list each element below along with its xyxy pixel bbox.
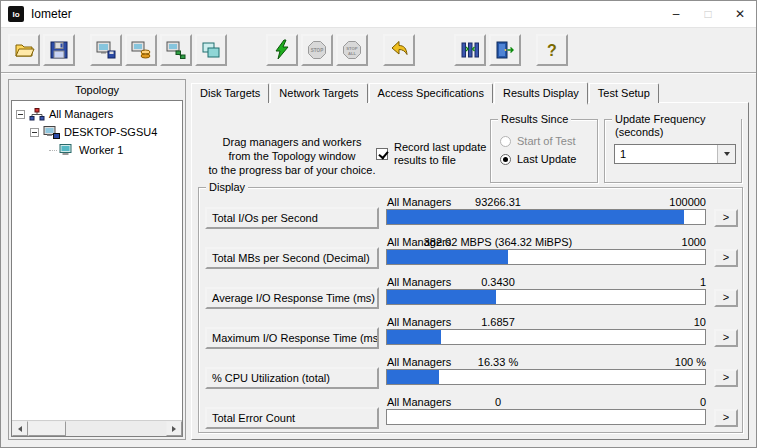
progress-track: All Managers 0 0 bbox=[386, 396, 706, 434]
exchange-columns-button[interactable] bbox=[454, 34, 486, 66]
lightning-start-icon bbox=[271, 39, 293, 61]
new-manager-button[interactable] bbox=[90, 34, 122, 66]
result-row: Total MBs per Second (Decimal) All Manag… bbox=[205, 236, 738, 274]
stop-all-sign-icon: STOP ALL bbox=[341, 39, 363, 61]
toolbar: STOP STOP ALL bbox=[1, 28, 756, 73]
metric-select-button[interactable]: Maximum I/O Response Time (ms) bbox=[205, 327, 379, 349]
expand-row-button[interactable]: > bbox=[714, 329, 738, 347]
update-frequency-dropdown[interactable]: 1 bbox=[614, 144, 736, 164]
record-results-checkbox-row[interactable]: Record last update results to file bbox=[376, 141, 496, 167]
progress-track: All Managers 0.3430 1 bbox=[386, 276, 706, 314]
new-disk-worker-icon bbox=[130, 39, 152, 61]
start-tests-button[interactable] bbox=[266, 34, 298, 66]
progress-bar bbox=[386, 369, 706, 385]
topology-panel: Topology All Managers bbox=[8, 79, 186, 440]
tab-strip: Disk Targets Network Targets Access Spec… bbox=[191, 79, 749, 103]
tree-item-all-managers[interactable]: All Managers bbox=[13, 105, 181, 123]
metric-select-button[interactable]: Total I/Os per Second bbox=[205, 207, 379, 229]
minimize-button[interactable]: – bbox=[660, 1, 692, 27]
open-file-button[interactable] bbox=[8, 34, 40, 66]
tree-label: Worker 1 bbox=[79, 144, 123, 156]
iometer-window: Io Iometer – □ ✕ bbox=[0, 0, 757, 448]
new-manager-icon bbox=[95, 39, 117, 61]
tree-label: All Managers bbox=[49, 108, 113, 120]
display-title: Display bbox=[206, 181, 248, 194]
radio-on-icon[interactable] bbox=[500, 154, 511, 165]
metric-max: 1 bbox=[700, 276, 706, 288]
metric-value: 16.33 % bbox=[418, 356, 578, 368]
dropdown-button[interactable] bbox=[717, 145, 735, 163]
main-area: Topology All Managers bbox=[1, 73, 756, 447]
scrollbar-thumb[interactable] bbox=[28, 421, 66, 436]
metric-value: 1.6857 bbox=[418, 316, 578, 328]
expand-row-button[interactable]: > bbox=[714, 249, 738, 267]
expand-row-button[interactable]: > bbox=[714, 409, 738, 427]
duplicate-worker-icon bbox=[200, 39, 222, 61]
svg-text:ALL: ALL bbox=[348, 51, 357, 56]
tab-network-targets[interactable]: Network Targets bbox=[270, 83, 367, 103]
progress-track: All Managers 1.6857 10 bbox=[386, 316, 706, 354]
dropdown-value: 1 bbox=[615, 145, 717, 163]
scroll-right-button[interactable] bbox=[166, 421, 182, 436]
close-button[interactable]: ✕ bbox=[724, 1, 756, 27]
reset-arrow-icon bbox=[388, 39, 410, 61]
stop-test-button[interactable]: STOP bbox=[301, 34, 333, 66]
left-arrow-icon bbox=[18, 426, 22, 432]
topology-title: Topology bbox=[9, 80, 185, 99]
scroll-left-button[interactable] bbox=[12, 421, 28, 436]
progress-track: All Managers 93266.31 100000 bbox=[386, 196, 706, 234]
progress-bar bbox=[386, 249, 706, 265]
update-frequency-title: Update Frequency (seconds) bbox=[612, 113, 741, 139]
exit-door-icon bbox=[494, 39, 516, 61]
new-network-worker-icon bbox=[165, 39, 187, 61]
stop-sign-icon: STOP bbox=[306, 39, 328, 61]
tab-results-display[interactable]: Results Display bbox=[494, 82, 588, 105]
maximize-button[interactable]: □ bbox=[692, 1, 724, 27]
progress-bar bbox=[386, 209, 706, 225]
duplicate-worker-button[interactable] bbox=[195, 34, 227, 66]
expand-row-button[interactable]: > bbox=[714, 289, 738, 307]
tree-label: DESKTOP-SGSU4 bbox=[64, 126, 157, 138]
right-arrow-icon bbox=[172, 426, 176, 432]
new-disk-worker-button[interactable] bbox=[125, 34, 157, 66]
metric-value: 382.02 MBPS (364.32 MiBPS) bbox=[418, 236, 578, 248]
progress-fill bbox=[387, 370, 439, 384]
tab-disk-targets[interactable]: Disk Targets bbox=[191, 83, 269, 103]
about-help-button[interactable]: ? bbox=[536, 34, 568, 66]
metric-select-button[interactable]: % CPU Utilization (total) bbox=[205, 367, 379, 389]
chevron-down-icon bbox=[724, 152, 730, 156]
radio-last-update[interactable]: Last Update bbox=[500, 153, 597, 165]
horizontal-scrollbar[interactable] bbox=[12, 420, 182, 436]
drag-hint-text: Drag managers and workers from the Topol… bbox=[206, 135, 378, 177]
exit-button[interactable] bbox=[489, 34, 521, 66]
progress-fill bbox=[387, 330, 441, 344]
metric-max: 1000 bbox=[682, 236, 706, 248]
tree-item-worker[interactable]: Worker 1 bbox=[13, 141, 181, 159]
window-title: Iometer bbox=[31, 7, 72, 21]
tab-access-specifications[interactable]: Access Specifications bbox=[369, 83, 493, 103]
columns-arrows-icon bbox=[459, 39, 481, 61]
metric-value: 0.3430 bbox=[418, 276, 578, 288]
results-display-panel: Drag managers and workers from the Topol… bbox=[191, 102, 749, 440]
reset-workers-button[interactable] bbox=[383, 34, 415, 66]
collapse-icon[interactable] bbox=[16, 110, 25, 119]
radio-label: Start of Test bbox=[517, 135, 576, 147]
save-button[interactable] bbox=[43, 34, 75, 66]
metric-select-button[interactable]: Total Error Count bbox=[205, 407, 379, 429]
all-managers-icon bbox=[29, 108, 45, 121]
radio-start-of-test[interactable]: Start of Test bbox=[500, 135, 597, 147]
checkbox-checked-icon[interactable] bbox=[376, 148, 388, 160]
open-folder-icon bbox=[13, 39, 35, 61]
collapse-icon[interactable] bbox=[30, 128, 39, 137]
scrollbar-track[interactable] bbox=[28, 421, 166, 436]
tab-test-setup[interactable]: Test Setup bbox=[589, 83, 659, 103]
stop-all-tests-button[interactable]: STOP ALL bbox=[336, 34, 368, 66]
metric-select-button[interactable]: Average I/O Response Time (ms) bbox=[205, 287, 379, 309]
metric-select-button[interactable]: Total MBs per Second (Decimal) bbox=[205, 247, 379, 269]
expand-row-button[interactable]: > bbox=[714, 209, 738, 227]
radio-off-icon[interactable] bbox=[500, 136, 511, 147]
progress-bar bbox=[386, 329, 706, 345]
expand-row-button[interactable]: > bbox=[714, 369, 738, 387]
tree-item-manager[interactable]: DESKTOP-SGSU4 bbox=[13, 123, 181, 141]
new-network-worker-button[interactable] bbox=[160, 34, 192, 66]
